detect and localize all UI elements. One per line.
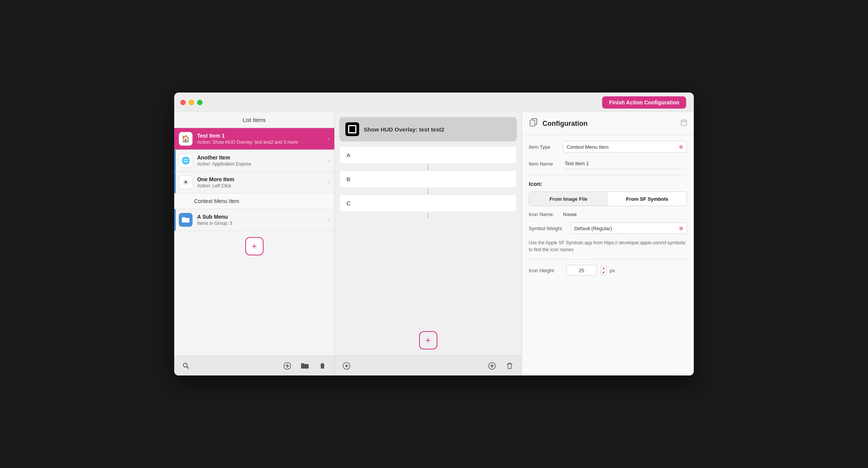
icon-section-title: Icon: [529, 180, 687, 187]
item-subtitle: Action: Application Expose [197, 161, 328, 167]
from-sf-symbols-button[interactable]: From SF Symbols [608, 192, 687, 206]
list-item[interactable]: 🏠 Test Item 1 Action: Show HUD Overlay: … [174, 128, 334, 150]
add-sub-action-button[interactable]: + [419, 331, 437, 349]
item-subtitle: Items in Group: 3 [197, 221, 328, 226]
icon-name-row: Icon Name: house [529, 211, 687, 217]
item-info: Another Item Action: Application Expose [197, 154, 328, 167]
item-title: A Sub Menu [197, 214, 328, 220]
svg-line-1 [187, 367, 189, 369]
item-subtitle: Action: Show HUD Overlay: test test2 and… [197, 140, 328, 145]
middle-panel: Show HUD Overlay: test test2 A B C + [335, 112, 522, 375]
titlebar: Finish Action Configuration [174, 93, 694, 112]
item-type-select[interactable]: Context Menu Item ⊕ [563, 141, 687, 153]
item-title: One More Item [197, 176, 328, 182]
folder-toolbar-icon[interactable] [299, 360, 311, 372]
divider [529, 259, 687, 260]
connector [428, 213, 429, 218]
item-name-input[interactable] [563, 158, 687, 169]
main-content: List Items 🏠 Test Item 1 Action: Show HU… [174, 112, 694, 375]
divider [529, 175, 687, 175]
item-type-label: Item Type [529, 144, 563, 150]
list-item[interactable]: Context Menu Item [174, 193, 334, 209]
right-panel: Configuration Item Type Context Menu Ite… [522, 112, 694, 375]
icon-source-toggle: From Image File From SF Symbols [529, 192, 687, 206]
close-button[interactable] [180, 100, 186, 105]
list-items-container: 🏠 Test Item 1 Action: Show HUD Overlay: … [174, 128, 334, 356]
add-middle-toolbar-icon[interactable] [486, 360, 498, 372]
config-copy-icon [529, 118, 538, 129]
sub-action-item[interactable]: C [339, 194, 517, 212]
chevron-right-icon: › [328, 158, 330, 163]
dropdown-arrow-icon: ⊕ [679, 144, 683, 150]
list-item[interactable]: 🌐 Another Item Action: Application Expos… [174, 150, 334, 172]
trash-toolbar-icon[interactable] [317, 360, 328, 372]
item-icon: 🏠 [179, 132, 193, 146]
svg-rect-12 [530, 120, 535, 126]
stepper-up-button[interactable]: ▲ [601, 266, 607, 270]
icon-height-input[interactable] [566, 265, 597, 276]
config-title: Configuration [542, 120, 588, 128]
px-label: px [610, 268, 615, 273]
action-icon [345, 122, 359, 136]
middle-toolbar [335, 356, 521, 375]
maximize-button[interactable] [197, 100, 202, 105]
selection-bar [174, 209, 176, 231]
selection-bar [174, 150, 176, 171]
sf-symbols-info-text: Use the Apple SF Symbols app from https:… [529, 239, 687, 253]
icon-name-label: Icon Name: [529, 211, 563, 217]
svg-marker-6 [346, 364, 348, 367]
dropdown-arrow-icon: ⊕ [679, 225, 683, 231]
play-toolbar-icon[interactable] [341, 360, 352, 372]
sub-action-item[interactable]: B [339, 170, 517, 188]
item-subtitle: Action: Left Click [197, 183, 328, 188]
sub-actions-list: A B C [335, 146, 521, 325]
list-item[interactable]: A Sub Menu Items in Group: 3 › [174, 209, 334, 231]
hud-icon [348, 125, 356, 133]
item-icon [179, 213, 193, 227]
item-info: Test Item 1 Action: Show HUD Overlay: te… [197, 133, 328, 145]
item-title: Another Item [197, 154, 328, 161]
window-expand-icon[interactable] [681, 120, 687, 127]
connector [428, 165, 429, 170]
config-body: Item Type Context Menu Item ⊕ Item Name … [522, 135, 694, 375]
folder-icon [182, 217, 189, 223]
stepper-down-button[interactable]: ▼ [601, 270, 607, 275]
add-item-container: + [174, 231, 334, 262]
item-info: One More Item Action: Left Click [197, 176, 328, 188]
add-toolbar-icon[interactable] [282, 360, 293, 372]
sub-action-item[interactable]: A [339, 146, 517, 164]
icon-height-row: Icon Height ▲ ▼ px [529, 265, 687, 276]
icon-name-value: house [563, 211, 577, 217]
action-header: Show HUD Overlay: test test2 [339, 117, 517, 141]
trash-middle-toolbar-icon[interactable] [504, 360, 515, 372]
list-item[interactable]: ☀ One More Item Action: Left Click › [174, 172, 334, 193]
item-name-label: Item Name [529, 161, 563, 167]
action-title: Show HUD Overlay: test test2 [364, 126, 444, 133]
icon-height-stepper[interactable]: ▲ ▼ [601, 266, 607, 275]
svg-rect-13 [681, 120, 687, 125]
finish-action-button[interactable]: Finish Action Configuration [602, 96, 686, 109]
chevron-right-icon: › [328, 136, 330, 141]
minimize-button[interactable] [189, 100, 194, 105]
symbol-weight-row: Symbol Weight Default (Regular) ⊕ [529, 223, 687, 234]
add-item-button[interactable]: + [245, 237, 264, 255]
traffic-lights [180, 100, 202, 105]
config-header: Configuration [522, 112, 694, 135]
item-name-row: Item Name [529, 158, 687, 169]
from-image-button[interactable]: From Image File [529, 192, 608, 206]
item-icon: ☀ [179, 176, 193, 189]
chevron-right-icon: › [328, 217, 330, 223]
app-window: Finish Action Configuration List Items 🏠… [174, 93, 694, 375]
item-icon: 🌐 [179, 154, 193, 167]
item-type-row: Item Type Context Menu Item ⊕ [529, 141, 687, 153]
left-panel-header: List Items [174, 112, 334, 128]
symbol-weight-label: Symbol Weight [529, 226, 571, 231]
search-icon[interactable] [180, 360, 192, 372]
connector [428, 189, 429, 194]
svg-point-0 [183, 363, 187, 367]
item-title: Test Item 1 [197, 133, 328, 139]
left-panel: List Items 🏠 Test Item 1 Action: Show HU… [174, 112, 335, 375]
item-info: A Sub Menu Items in Group: 3 [197, 214, 328, 226]
symbol-weight-select[interactable]: Default (Regular) ⊕ [571, 223, 687, 234]
chevron-right-icon: › [328, 180, 330, 185]
